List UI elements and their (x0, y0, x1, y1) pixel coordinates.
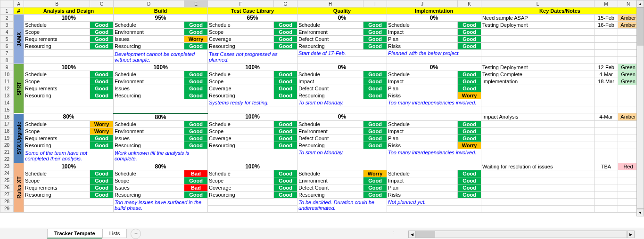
cell[interactable] (481, 205, 594, 212)
cell[interactable]: To be decided. Duration could be underes… (297, 198, 387, 212)
cell[interactable]: Too many interdependencies involved. (387, 99, 481, 106)
cell[interactable]: Bad (184, 170, 208, 177)
cell[interactable]: Good (458, 184, 481, 191)
cell[interactable]: Good (90, 85, 114, 92)
cell[interactable]: Schedule (297, 71, 363, 78)
scroll-thumb[interactable] (416, 231, 435, 238)
cell[interactable]: Coverage (208, 135, 274, 142)
cell[interactable] (594, 92, 618, 99)
add-sheet-icon[interactable]: ＋ (131, 229, 141, 239)
cell[interactable]: Not planned yet. (387, 198, 481, 205)
cell[interactable]: Good (90, 78, 114, 85)
cell[interactable] (618, 135, 639, 142)
cell[interactable]: Schedule (387, 170, 458, 177)
cell[interactable] (618, 57, 639, 64)
cell[interactable]: Good (184, 78, 208, 85)
row-hdr[interactable]: 23 (0, 163, 14, 170)
cell[interactable] (594, 170, 618, 177)
cell[interactable]: Resourcing (114, 43, 184, 50)
cell[interactable]: Amber (618, 22, 639, 29)
cell[interactable]: 100% (24, 163, 114, 170)
cell[interactable] (618, 50, 639, 57)
cell[interactable]: 18-Mar (594, 78, 618, 85)
cell[interactable]: Good (458, 135, 481, 142)
cell[interactable]: Good (458, 29, 481, 36)
cell[interactable]: Impact Analysis (481, 113, 594, 121)
cell[interactable]: Good (363, 43, 387, 50)
cell[interactable]: Scope (208, 127, 274, 135)
cell[interactable]: 80% (24, 113, 114, 121)
cell[interactable]: Resourcing (114, 191, 184, 198)
cell[interactable] (594, 205, 618, 212)
cell[interactable] (594, 142, 618, 149)
cell[interactable]: Resourcing (24, 142, 90, 149)
cell[interactable]: Good (458, 120, 481, 127)
row-hdr[interactable]: 4 (0, 29, 14, 36)
row-hdr[interactable]: 6 (0, 43, 14, 50)
cell[interactable]: Too many issues have surfaced in the bui… (114, 198, 208, 212)
cell[interactable]: Implementation (481, 78, 594, 85)
cell[interactable] (481, 142, 594, 149)
cell[interactable]: Issues (114, 135, 184, 142)
col-hdr[interactable]: F (208, 0, 274, 8)
cell[interactable]: Test Cases not progressed as planned. (208, 50, 297, 64)
cell[interactable] (481, 36, 594, 43)
cell[interactable]: Good (458, 78, 481, 85)
project-tab-rules[interactable]: Rules XT (14, 163, 24, 212)
cell[interactable] (387, 113, 481, 121)
cell[interactable] (594, 57, 618, 64)
cell[interactable]: Testing Complete (481, 71, 594, 78)
cell[interactable]: Risks (387, 92, 458, 99)
tab-tracker-template[interactable]: Tracker Tempate (47, 229, 102, 239)
cell[interactable]: Good (274, 29, 297, 36)
cell[interactable]: Scope (114, 177, 184, 184)
row-hdr[interactable]: 8 (0, 57, 14, 64)
cell[interactable] (618, 99, 639, 106)
cell[interactable]: Schedule (387, 22, 458, 29)
cell[interactable] (594, 127, 618, 135)
cell[interactable]: Coverage (208, 184, 274, 191)
cell[interactable] (481, 127, 594, 135)
cell[interactable]: Good (184, 177, 208, 184)
hdr-implementation[interactable]: Implementation (387, 8, 481, 15)
row-hdr[interactable]: 28 (0, 198, 14, 205)
cell[interactable]: Good (90, 92, 114, 99)
col-hdr[interactable]: J (387, 0, 458, 8)
cell[interactable]: Requirements (24, 184, 90, 191)
col-hdr[interactable]: D (114, 0, 184, 8)
cell[interactable] (618, 120, 639, 127)
cell[interactable]: Scope (24, 177, 90, 184)
cell[interactable]: Good (184, 127, 208, 135)
cell[interactable]: Worry (458, 92, 481, 99)
cell[interactable]: Good (274, 127, 297, 135)
cell[interactable]: Systems ready for testing. (208, 99, 297, 106)
cell[interactable] (481, 85, 594, 92)
col-hdr[interactable]: B (24, 0, 90, 8)
cell[interactable]: Good (363, 29, 387, 36)
cell[interactable]: 80% (114, 163, 208, 170)
cell[interactable] (208, 205, 297, 212)
cell[interactable] (594, 85, 618, 92)
cell[interactable]: Impact (387, 177, 458, 184)
project-tab-syx[interactable]: SYX Upgrade (14, 113, 24, 163)
cell[interactable] (481, 50, 594, 57)
cell[interactable]: Bad (184, 184, 208, 191)
cell[interactable]: Good (184, 92, 208, 99)
cell[interactable] (208, 156, 297, 163)
row-hdr[interactable]: 11 (0, 78, 14, 85)
cell[interactable] (114, 106, 208, 113)
row-hdr[interactable]: 1 (0, 8, 14, 15)
cell[interactable] (481, 106, 594, 113)
cell[interactable]: Scope (24, 29, 90, 36)
cell[interactable]: Schedule (24, 22, 90, 29)
cell[interactable] (594, 177, 618, 184)
cell[interactable]: 0% (297, 64, 387, 71)
cell[interactable] (594, 43, 618, 50)
cell[interactable] (618, 156, 639, 163)
cell[interactable] (481, 149, 594, 156)
cell[interactable]: Resourcing (208, 43, 274, 50)
cell[interactable]: Green (618, 64, 639, 71)
cell[interactable]: Good (90, 36, 114, 43)
cell[interactable]: Good (458, 71, 481, 78)
cell[interactable]: Resourcing (297, 191, 363, 198)
